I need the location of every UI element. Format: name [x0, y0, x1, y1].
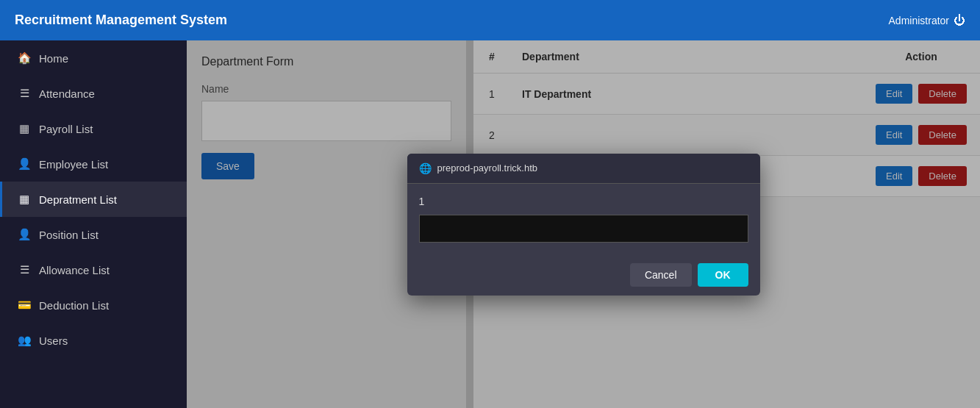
- modal-overlay: 🌐 preprod-payroll.trick.htb 1 Cancel OK: [187, 40, 980, 408]
- sidebar-item-position-list[interactable]: 👤 Position List: [0, 217, 187, 252]
- sidebar-label-payroll-list: Payroll List: [39, 123, 93, 135]
- sidebar-item-users[interactable]: 👥 Users: [0, 323, 187, 358]
- position-list-icon: 👤: [17, 228, 32, 241]
- sidebar-item-department-list[interactable]: ▦ Depratment List: [0, 182, 187, 217]
- ok-button[interactable]: OK: [698, 263, 748, 287]
- home-icon: 🏠: [17, 51, 32, 65]
- deduction-list-icon: 💳: [17, 298, 32, 312]
- sidebar-item-allowance-list[interactable]: ☰ Allowance List: [0, 252, 187, 287]
- sidebar: 🏠 Home ☰ Attendance ▦ Payroll List 👤 Emp…: [0, 40, 187, 408]
- sidebar-label-users: Users: [39, 334, 68, 347]
- sidebar-label-attendance: Attendance: [39, 87, 95, 100]
- payroll-list-icon: ▦: [17, 122, 32, 135]
- sidebar-label-allowance-list: Allowance List: [39, 264, 110, 276]
- sidebar-item-deduction-list[interactable]: 💳 Deduction List: [0, 287, 187, 323]
- cancel-button[interactable]: Cancel: [630, 263, 692, 287]
- main-layout: 🏠 Home ☰ Attendance ▦ Payroll List 👤 Emp…: [0, 40, 980, 408]
- employee-list-icon: 👤: [17, 157, 32, 171]
- navbar: Recruitment Management System Administra…: [0, 0, 980, 40]
- navbar-user: Administrator ⏻: [889, 14, 965, 27]
- sidebar-label-employee-list: Employee List: [39, 158, 108, 171]
- sidebar-label-position-list: Position List: [39, 229, 99, 241]
- modal-footer: Cancel OK: [407, 254, 760, 296]
- department-list-icon: ▦: [17, 193, 32, 206]
- users-icon: 👥: [17, 334, 32, 347]
- sidebar-label-deduction-list: Deduction List: [39, 299, 109, 312]
- main-content: Department Form Name Save # Department A…: [187, 40, 980, 408]
- sidebar-item-attendance[interactable]: ☰ Attendance: [0, 76, 187, 111]
- power-icon[interactable]: ⏻: [954, 14, 965, 27]
- navbar-brand: Recruitment Management System: [15, 12, 227, 28]
- modal-body: 1: [407, 184, 760, 254]
- allowance-list-icon: ☰: [17, 263, 32, 276]
- modal-value: 1: [419, 196, 748, 207]
- modal-input[interactable]: [419, 215, 748, 243]
- sidebar-item-payroll-list[interactable]: ▦ Payroll List: [0, 111, 187, 146]
- sidebar-item-employee-list[interactable]: 👤 Employee List: [0, 146, 187, 182]
- sidebar-item-home[interactable]: 🏠 Home: [0, 40, 187, 76]
- modal-header: 🌐 preprod-payroll.trick.htb: [407, 154, 760, 184]
- attendance-icon: ☰: [17, 87, 32, 100]
- sidebar-label-department-list: Depratment List: [39, 193, 117, 206]
- globe-icon: 🌐: [419, 162, 432, 174]
- sidebar-label-home: Home: [39, 52, 68, 65]
- admin-name: Administrator: [889, 15, 949, 26]
- modal-url: preprod-payroll.trick.htb: [437, 162, 538, 173]
- modal-dialog: 🌐 preprod-payroll.trick.htb 1 Cancel OK: [407, 154, 760, 296]
